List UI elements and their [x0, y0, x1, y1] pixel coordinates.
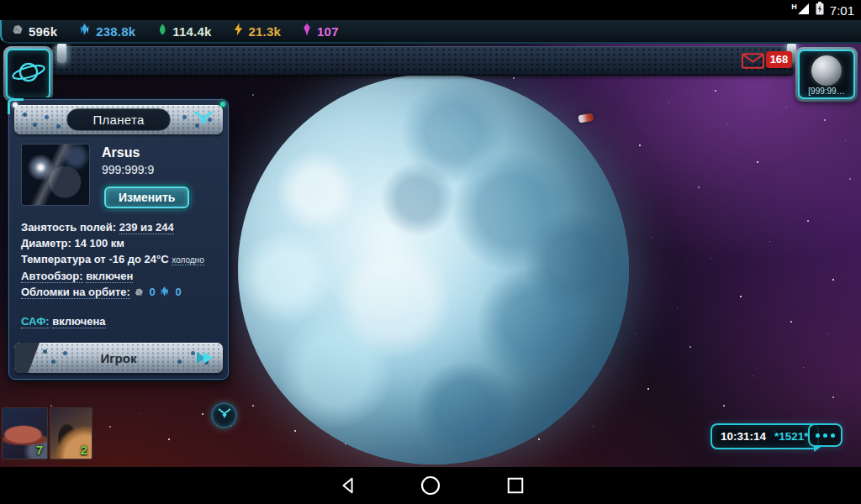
chat-dots-icon — [823, 433, 827, 438]
fleet-slot-2[interactable]: 2 — [50, 407, 92, 459]
header-rivets — [23, 113, 27, 117]
resource-energy-value: 21.3k — [249, 24, 282, 39]
panel-collapse-button[interactable] — [211, 402, 237, 428]
galaxy-view-button[interactable] — [3, 46, 53, 102]
galaxy-view-button-face — [6, 49, 50, 99]
android-status-bar: H 7:01 — [0, 0, 861, 20]
rock-icon — [10, 23, 24, 39]
saturn-icon — [10, 56, 47, 92]
player-section-title: Игрок — [101, 351, 137, 365]
chat-dots-icon — [816, 433, 820, 438]
stat-temp-value: -16 до 24°C — [108, 253, 168, 265]
stat-saf-value[interactable]: включена — [52, 315, 105, 328]
chevron-down-icon[interactable] — [193, 110, 214, 132]
game-viewport[interactable]: 168 [999:99… — [0, 44, 861, 467]
crystal-icon — [158, 286, 171, 302]
stat-diameter-label: Диаметр: — [21, 237, 71, 249]
chat-dots-icon — [831, 433, 835, 438]
stat-temp-label: Температура от — [21, 253, 106, 265]
planet-name: Arsus — [102, 145, 192, 160]
fleet-slot-1-count: 7 — [36, 443, 43, 457]
crystal-icon — [77, 23, 92, 39]
bolt-icon — [232, 23, 245, 39]
starfield-dim — [0, 44, 1, 45]
player-section-header[interactable]: Игрок — [14, 343, 223, 373]
orbiting-ship[interactable] — [578, 113, 594, 123]
game-screen: H 7:01 596k 238.8k — [0, 0, 861, 504]
edit-button-label: Изменить — [104, 186, 189, 208]
stat-debris-label[interactable]: Обломки на орбите: — [21, 286, 130, 299]
header-dot-green — [220, 102, 225, 107]
strip-clip-left — [57, 44, 66, 63]
resource-bar: 596k 238.8k 114.4k 21.3k 107 — [0, 20, 861, 44]
resource-crystal[interactable]: 238.8k — [77, 23, 135, 39]
stat-debris-metal: 0 — [150, 286, 156, 298]
header-dot-white — [13, 102, 18, 108]
mail-badge[interactable]: 168 — [766, 51, 792, 68]
resource-metal[interactable]: 596k — [10, 23, 57, 39]
current-planet-button-face: [999:99… — [798, 50, 855, 99]
planet-stats: Занятость полей: 239 из 244 Диаметр: 14 … — [21, 219, 216, 329]
fleet-slot-1[interactable]: 7 — [2, 407, 48, 459]
stat-fields-label: Занятость полей: — [21, 221, 116, 234]
chat-button[interactable] — [808, 423, 843, 447]
battery-icon — [816, 2, 824, 18]
home-icon[interactable] — [420, 475, 441, 496]
planet-thumbnail[interactable] — [21, 144, 90, 206]
mini-planet-coords: [999:99… — [808, 87, 844, 96]
stat-autoview: Автообзор: включен — [21, 268, 216, 284]
stat-temperature: Температура от -16 до 24°C холодно — [21, 251, 216, 268]
main-planet[interactable] — [238, 74, 629, 465]
planet-summary-row: Arsus 999:999:9 Изменить — [21, 144, 216, 211]
timer-value: 10:31:14 — [721, 430, 766, 443]
resource-energy[interactable]: 21.3k — [232, 23, 282, 39]
server-timer[interactable]: 10:31:14 *1521* — [710, 423, 819, 449]
player-header-rivets — [43, 349, 47, 354]
stat-autoview-value[interactable]: включен — [86, 270, 133, 283]
signal-icon — [798, 3, 810, 18]
stat-saf: САФ: включена — [21, 313, 216, 329]
mail-icon[interactable] — [742, 53, 764, 72]
stat-temp-note[interactable]: холодно — [172, 255, 203, 265]
resource-gas-value: 114.4k — [172, 24, 211, 39]
top-toolbar-strip: 168 — [52, 46, 794, 76]
status-time: 7:01 — [830, 3, 854, 18]
resource-gas[interactable]: 114.4k — [156, 23, 211, 39]
stat-diameter-value: 14 100 км — [74, 237, 124, 249]
arrow-right-icon — [194, 349, 216, 370]
recents-icon[interactable] — [505, 475, 526, 496]
current-planet-button[interactable]: [999:99… — [795, 47, 858, 102]
back-icon[interactable] — [338, 475, 358, 496]
stat-fields-value[interactable]: 239 из 244 — [119, 221, 174, 234]
mini-planet-image — [811, 55, 842, 86]
planet-identity: Arsus 999:999:9 Изменить — [102, 144, 192, 211]
resource-premium-value: 107 — [317, 24, 339, 39]
planet-panel-title: Планета — [66, 108, 170, 131]
resource-premium[interactable]: 107 — [301, 23, 339, 39]
resource-metal-value: 596k — [29, 24, 57, 39]
edit-button[interactable]: Изменить — [102, 184, 192, 211]
fleet-slot-2-count: 2 — [81, 443, 87, 457]
stat-autoview-label[interactable]: Автообзор: — [21, 270, 83, 283]
rock-icon — [133, 286, 145, 302]
stat-debris: Обломки на орбите: 0 0 — [21, 284, 216, 302]
android-nav-bar — [0, 467, 861, 504]
network-indicator: H — [791, 3, 810, 18]
resource-crystal-value: 238.8k — [96, 24, 135, 39]
planet-coords: 999:999:9 — [102, 163, 192, 176]
drop-icon — [156, 23, 168, 39]
chevron-down-icon — [217, 407, 232, 424]
stat-diameter: Диаметр: 14 100 км — [21, 235, 216, 251]
stat-debris-crystal: 0 — [175, 286, 181, 298]
timer-score: *1521* — [774, 430, 809, 443]
stat-saf-label[interactable]: САФ: — [21, 315, 50, 328]
stat-fields: Занятость полей: 239 из 244 — [21, 219, 216, 235]
planet-panel: Планета Arsus 999:999:9 Изменить — [8, 99, 229, 380]
gem-icon — [301, 23, 313, 39]
network-mode-label: H — [791, 3, 797, 11]
planet-panel-header[interactable]: Планета — [14, 105, 223, 134]
